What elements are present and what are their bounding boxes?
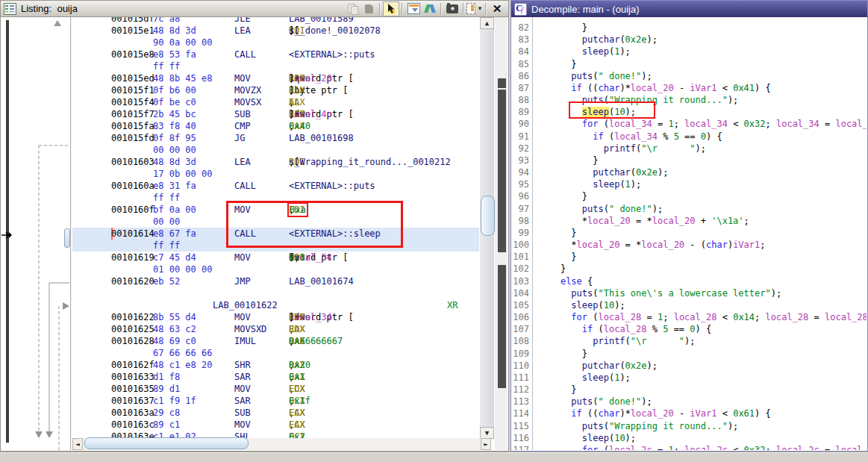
- listing-row[interactable]: 17 0b 00 00: [72, 168, 479, 180]
- listing-row[interactable]: 0010162548 63 c2MOVSXDRAX,EDX: [72, 323, 479, 335]
- line-number: 101: [512, 251, 529, 263]
- listing-row[interactable]: 00101637c1 f9 1fSARECX,0x1f: [72, 395, 479, 407]
- scroll-right-button[interactable]: ►: [481, 438, 491, 450]
- listing-row[interactable]: 0010163589 d1MOVECX,EDX: [72, 383, 479, 395]
- decompile-line[interactable]: 110 putchar(0x2e);: [512, 360, 867, 372]
- cursor-tool-icon[interactable]: [383, 1, 399, 16]
- toolbar-separator: [463, 3, 464, 15]
- listing-row[interactable]: [72, 287, 479, 299]
- decompile-line[interactable]: 105 sleep(10);: [512, 299, 867, 311]
- listing-row[interactable]: 001016228b 55 d4MOVEDX,dword ptr [RBP + …: [72, 311, 479, 323]
- listing-row[interactable]: 00101633d1 f8SAREAX,0x1: [72, 371, 479, 383]
- listing-window: Listing: ouija ▼ ✕: [0, 0, 509, 452]
- listing-row[interactable]: 001015f72b 45 bcSUBEAX,dword ptr [RBP + …: [72, 108, 479, 120]
- fields-editor-icon[interactable]: [405, 1, 422, 16]
- decompile-line[interactable]: 92 printf("\r ");: [512, 143, 867, 154]
- decompile-line[interactable]: 89 sleep(10);: [512, 106, 867, 118]
- overview-marker-margin[interactable]: [495, 17, 508, 450]
- listing-row[interactable]: 0010163c89 c1MOVECX,EAX: [72, 419, 479, 431]
- listing-row[interactable]: ff ff: [72, 60, 479, 72]
- decompile-line[interactable]: 96 }: [512, 190, 867, 202]
- decompile-line[interactable]: 97 puts(" done!");: [512, 203, 867, 215]
- snapshot-camera-icon[interactable]: [444, 1, 460, 16]
- decompile-line[interactable]: 102 }: [512, 263, 867, 275]
- listing-row[interactable]: 001015e8e8 53 faCALL<EXTERNAL>::puts: [72, 49, 479, 60]
- decompile-line[interactable]: 98 *local_20 = *local_20 + '\x1a';: [512, 215, 867, 227]
- listing-row[interactable]: 0010163a29 c8SUBEAX,ECX: [72, 407, 479, 419]
- decompile-line[interactable]: 99 }: [512, 227, 867, 239]
- decompile-line[interactable]: 84 sleep(1);: [512, 46, 867, 57]
- decompile-line[interactable]: 115 puts("Wrapping it round...");: [512, 420, 867, 432]
- decompile-line[interactable]: 104 puts("This one\'s a lowercase letter…: [512, 287, 867, 299]
- decompile-line[interactable]: 85 }: [512, 58, 867, 70]
- listing-row[interactable]: 001015fd0f 8f 95JGLAB_00101698: [72, 132, 479, 144]
- paste-icon[interactable]: [360, 1, 377, 16]
- line-number: 93: [512, 154, 529, 166]
- listing-vscrollbar-thumb[interactable]: [481, 196, 495, 236]
- decompile-line[interactable]: 93 }: [512, 154, 867, 166]
- listing-row[interactable]: 00 00 00: [72, 144, 479, 156]
- decompile-line[interactable]: 114 if ((char)*local_20 - iVar1 < 0x61) …: [512, 408, 867, 419]
- decompile-line[interactable]: 83 putchar(0x2e);: [512, 34, 867, 46]
- decompile-window: C f Decompile: main - (ouija) 82 }83 put…: [511, 0, 868, 452]
- decompile-line[interactable]: 101 }: [512, 251, 867, 263]
- decompile-line[interactable]: 106 for (local_28 = 1; local_28 < 0x14; …: [512, 311, 867, 323]
- listing-window-icon: [4, 3, 16, 15]
- listing-row[interactable]: 0010160ae8 31 faCALL<EXTERNAL>::puts: [72, 180, 479, 192]
- marker-block: [498, 265, 506, 388]
- decompile-line[interactable]: 86 puts(" done!");: [512, 70, 867, 82]
- listing-row[interactable]: 001015f10f b6 00MOVZXEAX,byte ptr [RAX]: [72, 84, 479, 96]
- decompile-line[interactable]: 88 puts("Wrapping it round...");: [512, 94, 867, 106]
- decompile-line[interactable]: 117 for (local_2c = 1; local_2c < 0x32; …: [512, 444, 867, 450]
- listing-row[interactable]: 00101619c7 45 d4MOVdword ptr [RBP + loca…: [72, 252, 479, 263]
- scroll-down-button[interactable]: ▼: [480, 427, 494, 439]
- decompile-titlebar[interactable]: C f Decompile: main - (ouija): [511, 1, 867, 17]
- code-area-border: [70, 17, 72, 450]
- scroll-up-button[interactable]: ▲: [480, 17, 494, 29]
- listing-titlebar[interactable]: Listing: ouija ▼ ✕: [1, 1, 508, 17]
- decompile-line[interactable]: 108 printf("\r ");: [512, 335, 867, 347]
- decompile-line[interactable]: 94 putchar(0x2e);: [512, 166, 867, 178]
- close-icon[interactable]: ✕: [489, 1, 505, 16]
- copy-icon[interactable]: [344, 1, 360, 16]
- decompile-line[interactable]: 91 if (local_34 % 5 == 0) {: [512, 131, 867, 143]
- bottom-status-strip: [0, 452, 868, 462]
- decompile-line[interactable]: 111 sleep(1);: [512, 372, 867, 384]
- listing-row[interactable]: 001015fa83 f8 40CMPEAX,0x40: [72, 120, 479, 132]
- decompile-line[interactable]: 112 }: [512, 384, 867, 396]
- decompile-line[interactable]: 82 }: [512, 22, 867, 34]
- decompile-line[interactable]: 87 if ((char)*local_20 - iVar1 < 0x41) {: [512, 82, 867, 94]
- decompile-line[interactable]: 103 else {: [512, 275, 867, 287]
- arrow-up-icon: ▲: [485, 19, 489, 27]
- listing-row[interactable]: 001015e148 8d 3dLEARDI,[s__done!_0010207…: [72, 25, 479, 37]
- listing-row[interactable]: 67 66 66 66: [72, 347, 479, 359]
- line-number: 114: [512, 408, 529, 419]
- line-number: 98: [512, 215, 529, 227]
- decompile-line[interactable]: 95 sleep(1);: [512, 178, 867, 190]
- listing-row[interactable]: 90 0a 00 00: [72, 37, 479, 49]
- decompile-line[interactable]: 113 puts(" done!");: [512, 396, 867, 408]
- panel-options-icon[interactable]: ▼: [466, 1, 483, 16]
- decompile-line[interactable]: 116 sleep(10);: [512, 432, 867, 444]
- decompile-line[interactable]: 90 for (local_34 = 1; local_34 < 0x32; l…: [512, 118, 867, 130]
- listing-row[interactable]: 01 00 00 00: [72, 263, 479, 275]
- line-number: 109: [512, 348, 529, 360]
- listing-row[interactable]: 00101620eb 52JMPLAB_00101674: [72, 275, 479, 287]
- listing-row[interactable]: 001015df7c a8JLELAB_00101589: [72, 17, 479, 25]
- listing-label-row[interactable]: LAB_00101622XR: [72, 299, 479, 311]
- decompile-title-text: Decompile: main - (ouija): [531, 4, 640, 15]
- listing-row[interactable]: 0010162848 69 c0IMULRAX,RAX,0x66666667: [72, 335, 479, 347]
- decompile-line[interactable]: 109 }: [512, 348, 867, 360]
- listing-hscrollbar-thumb[interactable]: [84, 437, 249, 449]
- decompile-line[interactable]: 107 if (local_28 % 5 == 0) {: [512, 323, 867, 335]
- scroll-left-button[interactable]: ◄: [72, 438, 83, 450]
- listing-row[interactable]: 0010160348 8d 3dLEARDI,[s_Wrapping_it_ro…: [72, 156, 479, 168]
- decompile-line[interactable]: 100 *local_20 = *local_20 - (char)iVar1;: [512, 239, 867, 251]
- line-number: 90: [512, 118, 529, 130]
- listing-row[interactable]: 001015ed48 8b 45 e8MOVRAX,qword ptr [RBP…: [72, 72, 479, 84]
- listing-row[interactable]: 001015f40f be c0MOVSXEAX,AL: [72, 96, 479, 108]
- listing-row[interactable]: 0010162f48 c1 e8 20SHRRAX,0x20: [72, 359, 479, 371]
- diff-view-icon[interactable]: [422, 1, 438, 16]
- listing-title-text: Listing: ouija: [21, 3, 78, 14]
- margin-scroll-thumb[interactable]: [64, 228, 70, 248]
